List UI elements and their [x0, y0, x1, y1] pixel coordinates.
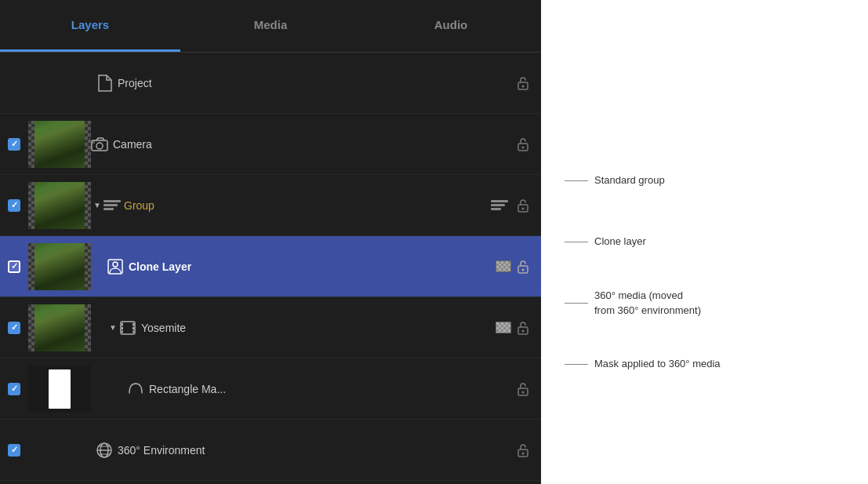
- checkbox-yosemite-box[interactable]: [8, 322, 20, 334]
- row-content-mask: Rectangle Ma...: [96, 380, 511, 398]
- globe-icon: [96, 442, 113, 459]
- svg-point-6: [522, 146, 525, 148]
- row-content-camera: Camera: [91, 136, 511, 153]
- svg-rect-17: [122, 327, 123, 329]
- group-icon: [104, 198, 121, 213]
- svg-point-25: [522, 391, 525, 393]
- svg-point-8: [522, 207, 525, 209]
- svg-rect-21: [133, 331, 134, 333]
- row-content-group: ▼ Group: [91, 198, 491, 213]
- camera-icon: [91, 136, 108, 153]
- annotation-360-media: 360° media (moved from 360° environment): [565, 273, 844, 334]
- annotation-line-mask: [565, 364, 588, 365]
- lock-icon-yosemite: [511, 321, 535, 335]
- group-stack-indicator: [491, 198, 508, 213]
- layer-name-group: Group: [124, 199, 491, 212]
- checkbox-clone-box[interactable]: [8, 260, 20, 273]
- annotation-text-mask: Mask applied to 360° media: [594, 357, 721, 371]
- thumbnail-yosemite: [28, 304, 91, 351]
- lock-icon-clone: [511, 260, 535, 274]
- thumbnail-mask: [28, 366, 91, 413]
- disclosure-yosemite[interactable]: ▼: [107, 322, 119, 334]
- layers-list: Project: [0, 53, 541, 484]
- layer-name-camera: Camera: [113, 138, 511, 151]
- checkbox-clone[interactable]: [0, 260, 28, 273]
- lock-icon-camera: [511, 137, 535, 151]
- checkbox-mask[interactable]: [0, 383, 28, 395]
- thumbnail-camera: [28, 121, 91, 168]
- layer-row-clone[interactable]: Clone Layer: [0, 236, 541, 297]
- svg-rect-18: [122, 331, 123, 333]
- annotation-standard-group: Standard group: [565, 151, 844, 212]
- annotation-text-360: 360° media (moved from 360° environment): [594, 289, 701, 317]
- svg-rect-19: [133, 323, 134, 326]
- checkbox-yosemite[interactable]: [0, 322, 28, 334]
- svg-point-1: [522, 85, 525, 87]
- thumbnail-group: [28, 182, 91, 229]
- yosemite-badge: [496, 322, 511, 333]
- lock-icon-project: [511, 76, 535, 90]
- thumbnail-clone: [28, 243, 91, 290]
- layer-name-project: Project: [118, 77, 511, 89]
- layer-name-yosemite: Yosemite: [141, 322, 491, 334]
- layer-row-yosemite[interactable]: ▼ Yosemite: [0, 297, 541, 358]
- checkbox-environment-box[interactable]: [8, 444, 20, 457]
- layer-row-camera[interactable]: Camera: [0, 114, 541, 175]
- tab-layers[interactable]: Layers: [0, 0, 180, 52]
- annotation-mask: Mask applied to 360° media: [565, 334, 844, 395]
- clone-badge: [496, 260, 511, 272]
- svg-point-23: [522, 329, 525, 332]
- annotation-line-group: [565, 180, 588, 181]
- mask-shape-icon: [127, 380, 144, 398]
- clone-icon: [107, 258, 124, 275]
- filmstrip-icon: [119, 319, 136, 337]
- svg-point-3: [96, 143, 103, 149]
- layer-name-clone: Clone Layer: [129, 260, 491, 273]
- mask-white-rect: [49, 369, 71, 409]
- tab-bar: Layers Media Audio: [0, 0, 541, 53]
- disclosure-group[interactable]: ▼: [91, 199, 104, 212]
- checkbox-camera[interactable]: [0, 138, 28, 151]
- svg-point-12: [522, 268, 525, 271]
- annotation-clone: Clone layer: [565, 212, 844, 273]
- annotation-text-group: Standard group: [594, 173, 665, 187]
- annotation-line-clone: [565, 242, 588, 242]
- svg-rect-20: [133, 327, 134, 329]
- layer-row-group[interactable]: ▼ Group: [0, 175, 541, 236]
- row-content-project: Project: [96, 75, 511, 92]
- layer-name-environment: 360° Environment: [118, 444, 511, 457]
- tab-media[interactable]: Media: [180, 0, 361, 52]
- checkbox-group-box[interactable]: [8, 199, 20, 212]
- checkbox-environment[interactable]: [0, 444, 28, 457]
- checkbox-mask-box[interactable]: [8, 383, 20, 395]
- lock-icon-environment: [511, 443, 535, 457]
- tab-audio[interactable]: Audio: [361, 0, 541, 52]
- svg-point-32: [522, 452, 525, 454]
- checkbox-camera-box[interactable]: [8, 138, 20, 151]
- layer-name-mask: Rectangle Ma...: [149, 383, 511, 395]
- row-content-clone: Clone Layer: [91, 258, 511, 275]
- layer-row-project[interactable]: Project: [0, 53, 541, 114]
- layer-row-mask[interactable]: Rectangle Ma...: [0, 358, 541, 420]
- svg-point-10: [113, 262, 118, 267]
- row-content-yosemite: ▼ Yosemite: [91, 319, 511, 337]
- lock-icon-group: [511, 198, 535, 213]
- annotations-panel: Standard group Clone layer 360° media (m…: [541, 0, 868, 484]
- annotation-line-360: [565, 303, 588, 304]
- checkbox-group[interactable]: [0, 199, 28, 212]
- row-content-environment: 360° Environment: [96, 442, 511, 459]
- svg-rect-4: [92, 140, 95, 144]
- lock-icon-mask: [511, 382, 535, 396]
- document-icon: [96, 75, 113, 92]
- annotation-text-clone: Clone layer: [594, 235, 646, 249]
- layers-panel: Layers Media Audio Project: [0, 0, 541, 484]
- layer-row-environment[interactable]: 360° Environment: [0, 420, 541, 481]
- svg-rect-16: [122, 323, 123, 326]
